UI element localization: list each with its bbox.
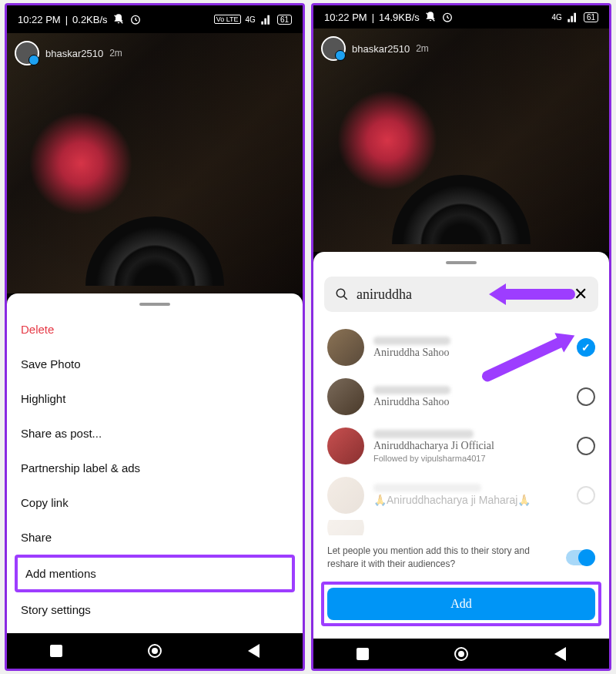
user-result-row[interactable]: Aniruddha Sahoo xyxy=(313,323,609,372)
user-avatar xyxy=(327,329,364,366)
svg-point-4 xyxy=(336,290,345,298)
network-type: 4G xyxy=(552,13,562,22)
menu-delete[interactable]: Delete xyxy=(7,312,303,347)
author-avatar[interactable] xyxy=(15,41,39,65)
author-username[interactable]: bhaskar2510 xyxy=(352,43,410,55)
user-result-row[interactable]: Aniruddhacharya Ji Official Followed by … xyxy=(313,421,609,471)
nav-recent-button[interactable] xyxy=(357,648,369,660)
select-radio[interactable] xyxy=(577,338,595,357)
menu-add-mentions[interactable]: Add mentions xyxy=(18,558,292,589)
svg-line-5 xyxy=(343,297,347,300)
nav-back-button[interactable] xyxy=(554,647,566,661)
story-time: 2m xyxy=(109,48,122,59)
sheet-handle[interactable] xyxy=(139,303,170,306)
user-avatar xyxy=(327,378,364,415)
story-header: bhaskar2510 2m xyxy=(321,36,429,61)
select-radio[interactable] xyxy=(577,486,595,505)
search-input[interactable]: aniruddha ✕ xyxy=(324,277,598,312)
status-bar: 10:22 PM | 0.2KB/s Vo LTE 4G 61 xyxy=(7,5,303,33)
author-username[interactable]: bhaskar2510 xyxy=(45,48,103,59)
author-avatar[interactable] xyxy=(321,36,346,61)
toggle-label: Let people you mention add this to their… xyxy=(327,545,557,571)
menu-save-photo[interactable]: Save Photo xyxy=(7,347,303,381)
status-bar: 10:22 PM | 14.9KB/s 4G 61 xyxy=(313,5,609,29)
search-icon xyxy=(335,287,349,301)
user-result-row[interactable]: 🙏Aniruddhacharya ji Maharaj🙏 xyxy=(313,471,609,520)
status-time: 10:22 PM xyxy=(18,14,61,25)
user-result-row[interactable]: Aniruddha Sahoo xyxy=(313,372,609,421)
menu-story-settings[interactable]: Story settings xyxy=(7,592,303,627)
phone-right: 10:22 PM | 14.9KB/s 4G 61 bhaskar2510 2m… xyxy=(311,3,611,671)
menu-partnership[interactable]: Partnership label & ads xyxy=(7,451,303,485)
select-radio[interactable] xyxy=(577,387,595,406)
username-blurred xyxy=(373,484,481,492)
sheet-handle[interactable] xyxy=(446,261,477,264)
alarm-icon xyxy=(441,11,454,23)
status-time: 10:22 PM xyxy=(324,12,367,23)
clear-search-button[interactable]: ✕ xyxy=(574,284,588,304)
username-blurred xyxy=(373,337,450,345)
action-sheet: Delete Save Photo Highlight Share as pos… xyxy=(7,293,303,633)
menu-highlight[interactable]: Highlight xyxy=(7,381,303,416)
battery-level: 61 xyxy=(584,12,598,22)
android-nav-bar xyxy=(313,639,609,669)
user-avatar xyxy=(327,520,364,535)
user-display-name: 🙏Aniruddhacharya ji Maharaj🙏 xyxy=(373,494,567,507)
battery-level: 61 xyxy=(277,15,292,25)
android-nav-bar xyxy=(7,633,303,669)
reshare-toggle-row: Let people you mention add this to their… xyxy=(313,535,609,577)
followed-by-text: Followed by vipulsharma4017 xyxy=(373,454,567,463)
menu-share[interactable]: Share xyxy=(7,520,303,555)
username-blurred xyxy=(373,430,474,438)
username-blurred xyxy=(373,386,450,394)
phone-left: 10:22 PM | 0.2KB/s Vo LTE 4G 61 bhaskar2… xyxy=(5,3,305,671)
notification-off-icon xyxy=(112,13,125,25)
user-avatar xyxy=(327,428,364,464)
menu-share-as-post[interactable]: Share as post... xyxy=(7,416,303,451)
status-speed: 14.9KB/s xyxy=(379,12,420,23)
story-background[interactable]: bhaskar2510 2m xyxy=(313,29,609,252)
user-display-name: Aniruddha Sahoo xyxy=(373,347,567,359)
user-display-name: Aniruddha Sahoo xyxy=(373,396,567,408)
story-header: bhaskar2510 2m xyxy=(15,41,122,65)
add-button-highlight: Add xyxy=(321,582,601,626)
signal-icon xyxy=(567,11,579,23)
story-background[interactable]: bhaskar2510 2m xyxy=(7,33,303,293)
notification-off-icon xyxy=(424,11,437,23)
alarm-icon xyxy=(129,13,142,25)
mention-sheet: aniruddha ✕ Aniruddha Sahoo xyxy=(313,252,609,639)
volte-badge: Vo LTE xyxy=(214,15,241,24)
user-display-name: Aniruddhacharya Ji Official xyxy=(373,440,567,452)
nav-back-button[interactable] xyxy=(248,644,259,658)
search-query: aniruddha xyxy=(357,287,566,303)
story-time: 2m xyxy=(416,43,429,54)
user-result-row-partial xyxy=(313,520,609,535)
user-results-list: Aniruddha Sahoo Aniruddha Sahoo xyxy=(313,323,609,535)
reshare-toggle[interactable] xyxy=(566,550,595,565)
nav-home-button[interactable] xyxy=(148,644,162,658)
user-avatar xyxy=(327,477,364,514)
signal-icon xyxy=(260,13,273,25)
add-button[interactable]: Add xyxy=(327,588,595,620)
network-type: 4G xyxy=(246,15,256,24)
status-speed: 0.2KB/s xyxy=(72,14,108,25)
select-radio[interactable] xyxy=(577,437,595,455)
nav-home-button[interactable] xyxy=(454,647,468,661)
nav-recent-button[interactable] xyxy=(50,645,62,657)
menu-copy-link[interactable]: Copy link xyxy=(7,485,303,520)
